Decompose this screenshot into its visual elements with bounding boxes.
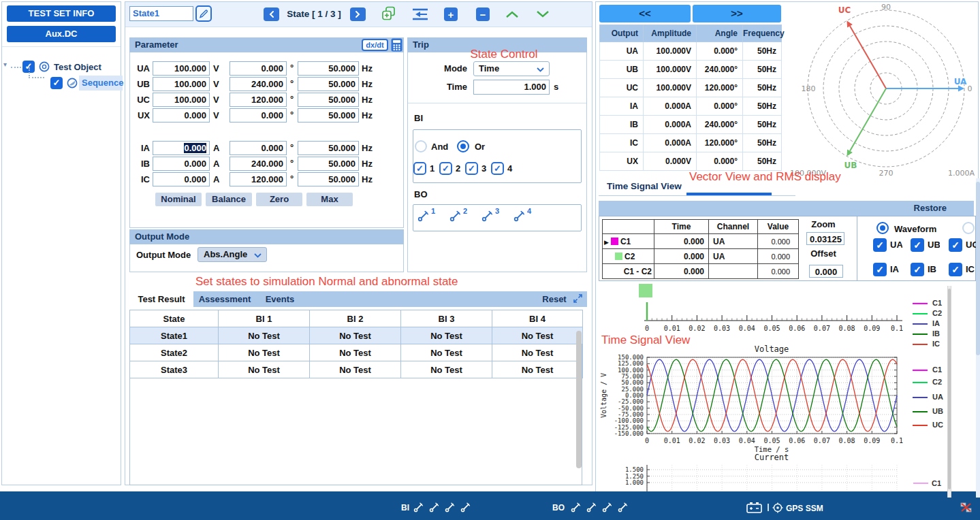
trip-time-input[interactable]: 1.000 — [473, 80, 550, 95]
legend-line-UA — [913, 397, 928, 398]
tab-assessment[interactable]: Assessment — [193, 291, 256, 307]
output-mode-value: Abs.Angle — [204, 249, 247, 259]
legend-line-UB — [913, 411, 928, 412]
cursor-row[interactable]: C20.000UA0.000 — [603, 249, 799, 264]
bo-switch-3[interactable] — [481, 210, 495, 223]
tab-time-signal-view[interactable]: Time Signal View — [607, 181, 682, 191]
preset-max-button[interactable]: Max — [306, 193, 353, 206]
test-result-row[interactable]: State1No TestNo TestNo TestNo Test — [130, 327, 583, 344]
angle-input-UC[interactable]: 120.000 — [230, 93, 287, 107]
frequency-input-IB[interactable]: 50.000 — [298, 157, 359, 171]
and-radio[interactable] — [415, 140, 427, 152]
channel-checkbox-IC[interactable]: ✓ — [949, 263, 962, 276]
dxdt-button[interactable]: dx/dt — [362, 39, 388, 51]
test-result-scrollbar[interactable] — [576, 331, 582, 468]
trip-mode-select[interactable]: Time — [473, 61, 550, 76]
frequency-input-IA[interactable]: 50.000 — [298, 141, 359, 155]
frequency-input-UA[interactable]: 50.000 — [298, 61, 359, 76]
rename-state-button[interactable] — [195, 5, 212, 22]
channel-color-swatch — [615, 253, 622, 260]
test-result-row[interactable]: State3No TestNo TestNo TestNo Test — [130, 361, 583, 378]
add-state-button[interactable]: + — [444, 7, 458, 21]
test-result-table: StateBI 1BI 2BI 3BI 4State1No TestNo Tes… — [129, 310, 583, 378]
test-set-info-button[interactable]: TEST SET INFO — [7, 5, 116, 22]
frequency-unit: Hz — [362, 159, 377, 169]
channel-checkbox-IA[interactable]: ✓ — [873, 263, 887, 276]
amplitude-input-IA[interactable]: 0.000 — [153, 141, 210, 155]
copy-state-button[interactable] — [381, 5, 397, 22]
move-down-button[interactable] — [535, 10, 550, 19]
legend-line-UC — [913, 425, 928, 426]
amplitude-input-UC[interactable]: 100.000 — [153, 93, 210, 107]
angle-input-UA[interactable]: 0.000 — [230, 61, 287, 76]
bi-checkbox-2[interactable]: ✓ — [439, 162, 452, 175]
output-mode-select[interactable]: Abs.Angle — [197, 247, 267, 262]
offset-input[interactable]: 0.000 — [809, 265, 843, 278]
state-name-input[interactable]: State1 — [129, 6, 193, 21]
rms-next-button[interactable]: >> — [693, 5, 781, 22]
channel-checkbox-IB[interactable]: ✓ — [911, 263, 924, 276]
or-radio[interactable] — [457, 140, 469, 152]
angle-input-IA[interactable]: 0.000 — [230, 141, 287, 155]
amplitude-input-UB[interactable]: 100.000 — [153, 77, 210, 91]
rms-prev-button[interactable]: << — [599, 5, 691, 22]
insert-state-button[interactable] — [411, 7, 430, 22]
sequence-checkbox[interactable]: ✓ — [50, 77, 63, 89]
annotation-state-control: State Control — [446, 48, 562, 61]
expand-button[interactable] — [573, 293, 584, 304]
zoom-input[interactable]: 0.03125 — [806, 232, 844, 245]
switch-icon — [460, 502, 471, 513]
tab-test-result[interactable]: Test Result — [129, 291, 193, 307]
channel-checkbox-UC[interactable]: ✓ — [949, 238, 962, 252]
tree-item-test-object[interactable]: Test Object — [54, 62, 101, 72]
preset-balance-button[interactable]: Balance — [206, 193, 252, 206]
svg-text:Voltage: Voltage — [755, 344, 789, 354]
channel-checkbox-UB[interactable]: ✓ — [911, 238, 924, 252]
amplitude-input-IC[interactable]: 0.000 — [153, 172, 210, 186]
legend-line-IB — [913, 334, 928, 335]
preset-nominal-button[interactable]: Nominal — [155, 193, 202, 206]
angle-input-UB[interactable]: 240.000 — [230, 77, 287, 91]
bo-switch-2[interactable] — [449, 210, 463, 223]
tree-item-sequence[interactable]: Sequence — [82, 78, 123, 88]
cursor-column: Time — [654, 220, 709, 234]
frequency-input-UB[interactable]: 50.000 — [298, 77, 359, 91]
timeline-cursor-handle[interactable] — [639, 284, 652, 297]
trip-time-unit: s — [554, 82, 558, 92]
bo-switch-1[interactable] — [417, 210, 431, 223]
frequency-input-UX[interactable]: 50.000 — [298, 108, 359, 123]
remove-state-button[interactable]: − — [476, 7, 490, 21]
aux-dc-button[interactable]: Aux.DC — [7, 26, 116, 42]
angle-input-UX[interactable]: 0.000 — [230, 108, 287, 123]
test-result-row[interactable]: State2No TestNo TestNo TestNo Test — [130, 344, 583, 361]
prev-state-button[interactable] — [264, 7, 279, 21]
panel-scrollbar-thumb[interactable] — [976, 182, 980, 355]
alt-view-radio[interactable] — [962, 222, 975, 234]
svg-text:0.1: 0.1 — [891, 325, 903, 332]
channel-checkbox-UA[interactable]: ✓ — [873, 238, 887, 252]
angle-input-IB[interactable]: 240.000 — [230, 157, 287, 171]
waveform-scrollbar-thumb[interactable] — [948, 289, 951, 489]
bi-checkbox-4[interactable]: ✓ — [491, 162, 504, 175]
bi-checkbox-1[interactable]: ✓ — [413, 162, 426, 175]
cursor-row[interactable]: ▶C10.000UA0.000 — [603, 234, 799, 249]
angle-input-IC[interactable]: 120.000 — [230, 172, 287, 186]
frequency-input-UC[interactable]: 50.000 — [298, 93, 359, 107]
tab-events[interactable]: Events — [256, 291, 304, 307]
calculator-button[interactable] — [391, 38, 402, 52]
amplitude-input-UA[interactable]: 100.000 — [153, 61, 210, 76]
amplitude-input-UX[interactable]: 0.000 — [153, 108, 210, 123]
reset-button[interactable]: Reset — [537, 291, 572, 307]
restore-button[interactable]: Restore — [906, 203, 947, 213]
waveform-radio[interactable] — [876, 222, 889, 234]
next-state-button[interactable] — [350, 7, 366, 21]
amplitude-input-IB[interactable]: 0.000 — [153, 157, 210, 171]
move-up-button[interactable] — [505, 10, 520, 19]
bo-switch-4[interactable] — [513, 210, 527, 223]
bi-checkbox-3[interactable]: ✓ — [465, 162, 478, 175]
tree-expander-icon[interactable]: ▾ — [3, 61, 7, 68]
cursor-row[interactable]: C1 - C20.0000.000 — [603, 264, 799, 279]
svg-text:Current: Current — [755, 453, 789, 462]
frequency-input-IC[interactable]: 50.000 — [298, 172, 359, 186]
preset-zero-button[interactable]: Zero — [256, 193, 302, 206]
